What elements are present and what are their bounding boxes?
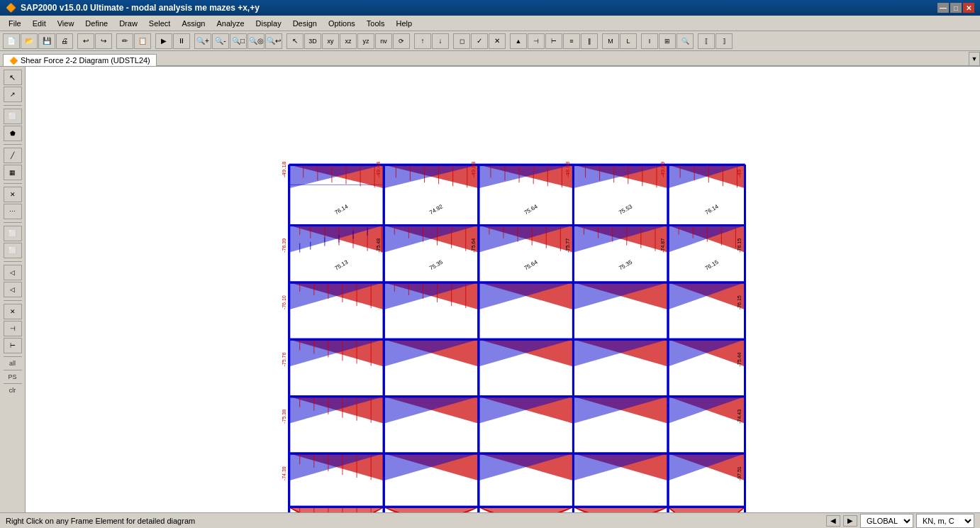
tb-xz[interactable]: xz — [340, 33, 357, 49]
svg-text:-49.88: -49.88 — [470, 161, 477, 177]
lt-draw-frame[interactable]: ╱ — [4, 148, 22, 163]
tb-zoom-all[interactable]: 🔍◎ — [247, 33, 265, 49]
tb-joints[interactable]: ◻ — [453, 33, 470, 49]
app-icon: 🔶 — [6, 3, 16, 13]
svg-text:-76.39: -76.39 — [282, 238, 286, 253]
tb-redo[interactable]: ↪ — [95, 33, 112, 49]
menu-edit[interactable]: Edit — [27, 18, 52, 29]
lt-rect-draw[interactable]: ⬜ — [4, 226, 22, 241]
tb-zoom-out[interactable]: 🔍- — [212, 33, 229, 49]
menu-draw[interactable]: Draw — [113, 18, 143, 29]
tb-print[interactable]: 🖨 — [56, 33, 73, 49]
titlebar-controls[interactable]: — □ ✕ — [937, 3, 974, 13]
lt-rotate[interactable]: ⊢ — [4, 338, 22, 353]
menu-define[interactable]: Define — [79, 18, 113, 29]
tb-run[interactable]: ▶ — [155, 33, 172, 49]
tb-axial[interactable]: ‖ — [581, 33, 598, 49]
menu-options[interactable]: Options — [323, 18, 361, 29]
tb-material[interactable]: M — [602, 33, 619, 49]
menu-view[interactable]: View — [52, 18, 80, 29]
tb-zoom-rect[interactable]: 🔍□ — [230, 33, 247, 49]
tb-nv[interactable]: nv — [375, 33, 392, 49]
tb-up[interactable]: ↑ — [414, 33, 431, 49]
tb-cross[interactable]: ✕ — [489, 33, 506, 49]
svg-text:-75.64: -75.64 — [471, 238, 476, 253]
lt-ps-label: PS — [8, 373, 16, 380]
tb-undo[interactable]: ↩ — [77, 33, 94, 49]
tb-view-options[interactable]: 🔍 — [676, 33, 694, 49]
tb-yz[interactable]: yz — [357, 33, 374, 49]
tb-pointer[interactable]: ↖ — [286, 33, 304, 49]
status-message: Right Click on any Frame Element for det… — [6, 517, 195, 525]
lt-move[interactable]: ⊣ — [4, 321, 22, 336]
svg-text:-76.15: -76.15 — [737, 295, 742, 309]
tb-restraints[interactable]: ▲ — [510, 33, 527, 49]
svg-text:-76.10: -76.10 — [282, 295, 286, 309]
lt-pointer[interactable]: ↖ — [4, 70, 22, 85]
main-tab[interactable]: 🔶 Shear Force 2-2 Diagram (UDSTL24) — [3, 54, 157, 66]
tb-down[interactable]: ↓ — [432, 33, 449, 49]
tb-load[interactable]: L — [620, 33, 637, 49]
titlebar-title: SAP2000 v15.0.0 Ultimate - modal analysi… — [21, 3, 260, 13]
tb-3d[interactable]: 3D — [304, 33, 321, 49]
lt-prev-step[interactable]: ◁ — [4, 265, 22, 280]
tab-dropdown[interactable]: ▼ — [969, 52, 980, 66]
titlebar: 🔶 SAP2000 v15.0.0 Ultimate - modal analy… — [0, 0, 980, 16]
lt-rect-select[interactable]: ⬜ — [4, 109, 22, 124]
tb-pause[interactable]: ⏸ — [173, 33, 190, 49]
tb-new[interactable]: 📄 — [3, 33, 20, 49]
tb-grid[interactable]: ⊞ — [659, 33, 676, 49]
tab-icon: 🔶 — [9, 57, 18, 65]
tb-draw[interactable]: ✏ — [116, 33, 133, 49]
close-button[interactable]: ✕ — [963, 3, 974, 13]
lt-extrude[interactable]: ▦ — [4, 165, 22, 180]
svg-text:-74.39: -74.39 — [282, 466, 286, 480]
lt-all-label: all — [9, 360, 16, 367]
lt-section-cut[interactable]: ✕ — [4, 304, 22, 319]
tb-zoom-prev[interactable]: 🔍↩ — [265, 33, 282, 49]
lt-persp[interactable]: ⬜ — [4, 243, 22, 258]
menu-tools[interactable]: Tools — [361, 18, 391, 29]
lt-measure[interactable]: ⋯ — [4, 204, 22, 219]
tab-label: Shear Force 2-2 Diagram (UDSTL24) — [21, 56, 150, 65]
lt-next-step[interactable]: ◁ — [4, 282, 22, 297]
coordinate-system-select[interactable]: GLOBAL LOCAL — [860, 514, 913, 528]
nav-next-button[interactable]: ▶ — [843, 515, 857, 527]
tb-moment[interactable]: ⊢ — [545, 33, 562, 49]
svg-text:-75.38: -75.38 — [282, 409, 286, 424]
tb-extra2[interactable]: ⟧ — [715, 33, 733, 49]
svg-text:-49: -49 — [737, 169, 743, 177]
tb-extra1[interactable]: ⟦ — [698, 33, 715, 49]
menu-select[interactable]: Select — [143, 18, 177, 29]
tb-shear[interactable]: ≡ — [563, 33, 580, 49]
tb-check[interactable]: ✓ — [471, 33, 488, 49]
maximize-button[interactable]: □ — [950, 3, 962, 13]
main-area: ↖ ↗ ⬜ ⬟ ╱ ▦ ✕ ⋯ ⬜ ⬜ ◁ ◁ ✕ ⊣ ⊢ all PS clr — [0, 67, 980, 512]
toolbar: 📄 📂 💾 🖨 ↩ ↪ ✏ 📋 ▶ ⏸ 🔍+ 🔍- 🔍□ 🔍◎ 🔍↩ ↖ 3D … — [0, 31, 980, 51]
menu-analyze[interactable]: Analyze — [211, 18, 250, 29]
menu-assign[interactable]: Assign — [176, 18, 211, 29]
menu-display[interactable]: Display — [250, 18, 287, 29]
tb-2d[interactable]: ⟳ — [393, 33, 410, 49]
tb-save[interactable]: 💾 — [38, 33, 55, 49]
lt-snap[interactable]: ✕ — [4, 187, 22, 202]
minimize-button[interactable]: — — [937, 3, 949, 13]
svg-text:-49.44: -49.44 — [375, 161, 382, 177]
svg-text:-76.15: -76.15 — [737, 238, 742, 253]
tb-clipboard[interactable]: 📋 — [134, 33, 151, 49]
menu-file[interactable]: File — [3, 18, 27, 29]
svg-text:-74.87: -74.87 — [660, 238, 665, 253]
menu-help[interactable]: Help — [391, 18, 418, 29]
canvas-area[interactable]: -49.18 -49.44 -49.88 -48.88 -49.09 -49 -… — [26, 67, 980, 512]
tb-i[interactable]: I — [641, 33, 658, 49]
tb-section[interactable]: ⊣ — [528, 33, 545, 49]
lt-rubber[interactable]: ↗ — [4, 87, 22, 102]
nav-prev-button[interactable]: ◀ — [826, 515, 840, 527]
tb-open[interactable]: 📂 — [21, 33, 38, 49]
units-select[interactable]: KN, m, C kN, mm, C — [916, 514, 974, 528]
tb-xy[interactable]: xy — [322, 33, 339, 49]
menu-design[interactable]: Design — [287, 18, 323, 29]
tb-zoom-in[interactable]: 🔍+ — [194, 33, 211, 49]
svg-text:-75.77: -75.77 — [565, 238, 570, 253]
lt-poly-select[interactable]: ⬟ — [4, 126, 22, 141]
